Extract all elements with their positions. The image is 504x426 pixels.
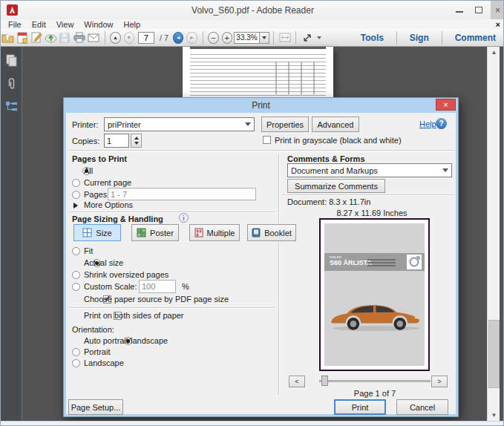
- help-link[interactable]: Help: [419, 119, 436, 128]
- minimize-button[interactable]: [456, 11, 463, 13]
- vertical-scrollbar[interactable]: ▲ ▼: [487, 47, 500, 421]
- poster-tab[interactable]: Poster: [131, 224, 179, 241]
- more-options-expand-icon[interactable]: [73, 203, 81, 209]
- scroll-up-icon[interactable]: ▲: [488, 47, 500, 58]
- brochure-header-band: VOLVO S60 ÅRLISTA: [324, 253, 425, 271]
- main-toolbar: ▲ ▼ / 7 ◄ ► − + 33.3% Tools Sign Comment: [1, 29, 504, 47]
- open-file-icon[interactable]: [1, 30, 15, 45]
- summarize-comments-button[interactable]: Summarize Comments: [287, 179, 385, 193]
- cancel-button[interactable]: Cancel: [396, 399, 448, 415]
- attachments-icon[interactable]: [6, 77, 16, 92]
- menu-edit[interactable]: Edit: [32, 20, 46, 29]
- all-pages-label: All: [84, 166, 93, 175]
- separator: [69, 212, 275, 213]
- properties-button[interactable]: Properties: [261, 117, 309, 132]
- preview-page-info: Page 1 of 7: [319, 389, 431, 398]
- grayscale-checkbox[interactable]: [263, 136, 271, 144]
- next-page-icon[interactable]: ▼: [124, 32, 134, 44]
- more-options-link[interactable]: More Options: [84, 200, 133, 209]
- help-question-icon[interactable]: ?: [436, 118, 447, 129]
- pdf-table-header: [190, 47, 326, 49]
- auto-orientation-label: Auto portrait/landscape: [84, 336, 168, 345]
- previous-view-icon[interactable]: ◄: [173, 32, 183, 44]
- sign-button[interactable]: Sign: [401, 33, 438, 43]
- maximize-button[interactable]: [475, 7, 482, 13]
- shrink-pages-radio[interactable]: [72, 271, 80, 279]
- next-view-icon[interactable]: ►: [186, 32, 197, 44]
- current-page-radio[interactable]: [72, 179, 80, 187]
- copies-stepper[interactable]: [131, 134, 142, 148]
- dialog-close-button[interactable]: ×: [436, 99, 456, 111]
- create-pdf-icon[interactable]: [15, 30, 29, 45]
- bookmarks-icon[interactable]: [5, 101, 18, 114]
- toolbar-separator: [105, 31, 105, 45]
- pages-to-print-heading: Pages to Print: [72, 154, 127, 163]
- menu-help[interactable]: Help: [123, 20, 140, 29]
- save-icon[interactable]: [58, 30, 72, 45]
- preview-prev-button[interactable]: <: [289, 376, 305, 387]
- navigation-sidebar: [1, 47, 22, 421]
- fit-width-icon[interactable]: [278, 30, 292, 45]
- menubar-close-icon[interactable]: ×: [496, 20, 500, 29]
- menu-file[interactable]: File: [8, 20, 22, 29]
- size-tab-label: Size: [96, 229, 111, 237]
- info-icon[interactable]: i: [179, 213, 189, 223]
- separator: [69, 150, 454, 151]
- comments-forms-heading: Comments & Forms: [287, 154, 365, 163]
- page-number-input[interactable]: [138, 32, 154, 44]
- size-tab[interactable]: Size: [73, 224, 121, 241]
- chevron-down-icon: [245, 122, 251, 129]
- print-icon[interactable]: [72, 30, 86, 45]
- toolbar-more-icon[interactable]: [315, 30, 324, 45]
- scroll-down-icon[interactable]: ▼: [488, 410, 500, 421]
- tools-button[interactable]: Tools: [352, 33, 393, 43]
- booklet-tab[interactable]: Booklet: [247, 224, 296, 241]
- email-icon[interactable]: [86, 30, 100, 45]
- printer-select-value: priPrinter: [108, 120, 141, 129]
- brochure-model: S60 ÅRLISTA: [330, 259, 372, 266]
- print-button[interactable]: Print: [334, 399, 386, 415]
- zoom-dropdown-button[interactable]: [260, 32, 269, 44]
- pages-range-input[interactable]: [108, 188, 256, 200]
- comments-forms-select[interactable]: Document and Markups: [287, 163, 452, 177]
- toolbar-separator: [396, 31, 397, 45]
- page-setup-button[interactable]: Page Setup...: [68, 399, 123, 415]
- window-title: Volvo_S60.pdf - Adobe Reader: [1, 5, 504, 16]
- fullscreen-icon[interactable]: [300, 30, 314, 45]
- printer-select[interactable]: priPrinter: [104, 117, 255, 131]
- cloud-upload-icon[interactable]: [44, 30, 58, 45]
- custom-scale-input[interactable]: [139, 280, 176, 293]
- custom-scale-radio[interactable]: [72, 283, 80, 291]
- pages-range-radio[interactable]: [72, 191, 80, 199]
- stepper-down-icon[interactable]: [134, 142, 139, 147]
- landscape-radio[interactable]: [72, 359, 80, 367]
- comment-button[interactable]: Comment: [446, 33, 504, 43]
- preview-page-slider[interactable]: [319, 380, 431, 382]
- page-thumbnails-icon[interactable]: [5, 54, 17, 68]
- previous-page-icon[interactable]: ▲: [110, 32, 120, 44]
- printer-label: Printer:: [72, 120, 98, 129]
- menu-view[interactable]: View: [56, 20, 74, 29]
- print-dialog-body: Printer: priPrinter Properties Advanced …: [66, 113, 456, 414]
- fit-radio[interactable]: [72, 247, 80, 255]
- zoom-in-icon[interactable]: +: [222, 32, 232, 44]
- multiple-tab[interactable]: Multiple: [189, 224, 240, 241]
- copies-input[interactable]: [104, 134, 129, 148]
- edit-sign-icon[interactable]: [29, 30, 43, 45]
- zoom-level-value[interactable]: 33.3%: [234, 32, 260, 44]
- close-button[interactable]: ×: [491, 1, 504, 19]
- copies-label: Copies:: [72, 137, 99, 145]
- advanced-button[interactable]: Advanced: [312, 117, 359, 132]
- zoom-out-icon[interactable]: −: [208, 32, 218, 44]
- current-page-label: Current page: [84, 178, 131, 187]
- separator: [278, 154, 280, 395]
- portrait-radio[interactable]: [72, 348, 80, 356]
- preview-next-button[interactable]: >: [431, 376, 448, 387]
- menu-window[interactable]: Window: [84, 20, 113, 29]
- chevron-down-icon: [442, 168, 448, 175]
- pdf-table-columns: [264, 62, 324, 94]
- sizing-heading: Page Sizing & Handling: [72, 214, 163, 223]
- stepper-up-icon[interactable]: [134, 134, 139, 140]
- scrollbar-thumb[interactable]: [488, 320, 500, 388]
- slider-thumb[interactable]: [321, 376, 328, 386]
